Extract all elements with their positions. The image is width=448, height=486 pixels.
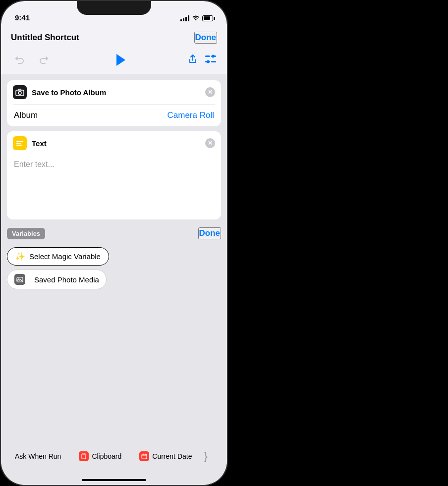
svg-point-7 [18, 92, 21, 95]
wifi-icon [192, 14, 200, 22]
text-card-title: Text [32, 139, 205, 148]
album-row[interactable]: Album Camera Roll [7, 105, 221, 126]
redo-button[interactable] [36, 52, 53, 68]
text-input[interactable]: Enter text... [7, 155, 221, 219]
saved-photo-label: Saved Photo Media [34, 275, 99, 284]
svg-rect-9 [16, 143, 21, 144]
variables-section: Variables Done ✨ Select Magic Variable [1, 224, 227, 289]
bottom-insert-bar: Ask When Run Clipboard [1, 442, 227, 470]
save-photo-card-header: Save to Photo Album ✕ [7, 80, 221, 104]
signal-icon [180, 15, 189, 21]
header-done-button[interactable]: Done [194, 32, 218, 44]
save-photo-title: Save to Photo Album [32, 88, 205, 97]
text-card-header: Text ✕ [7, 131, 221, 155]
home-indicator [82, 479, 146, 481]
album-label: Album [14, 110, 38, 120]
editor-toolbar [1, 49, 227, 74]
saved-photo-icon [14, 274, 25, 285]
settings-button[interactable] [204, 54, 217, 66]
header-title: Untitled Shortcut [11, 33, 79, 43]
status-time: 9:41 [15, 13, 30, 22]
album-value[interactable]: Camera Roll [168, 110, 214, 120]
current-date-button[interactable]: Current Date [132, 447, 199, 465]
bracket-icon: } [204, 450, 207, 463]
close-text-button[interactable]: ✕ [205, 138, 215, 148]
share-button[interactable] [187, 54, 198, 66]
status-icons [180, 14, 213, 22]
svg-rect-8 [16, 141, 23, 142]
magic-variable-label: Select Magic Variable [29, 252, 101, 261]
clipboard-button[interactable]: Clipboard [72, 447, 128, 465]
battery-icon [202, 15, 213, 21]
content-area: Untitled Shortcut Done [1, 26, 227, 485]
notch [77, 1, 151, 15]
select-magic-variable-button[interactable]: ✨ Select Magic Variable [7, 247, 109, 266]
variables-done-button[interactable]: Done [198, 227, 222, 239]
power-button [227, 100, 228, 132]
phone-screen: 9:41 [1, 1, 227, 485]
svg-rect-10 [16, 145, 22, 146]
variables-header: Variables Done [7, 224, 221, 242]
ask-when-run-button[interactable]: Ask When Run [8, 448, 68, 464]
svg-rect-0 [205, 55, 210, 57]
saved-photo-media-button[interactable]: Saved Photo Media [7, 270, 107, 289]
run-button[interactable] [114, 54, 125, 66]
bottom-spacer [1, 289, 227, 354]
text-card: Text ✕ Enter text... [7, 131, 221, 219]
phone-frame: 9:41 [0, 0, 228, 486]
svg-rect-3 [211, 61, 216, 62]
actions-area: Save to Photo Album ✕ Album Camera Roll [1, 74, 227, 485]
shortcut-header: Untitled Shortcut Done [1, 26, 227, 49]
svg-point-5 [207, 60, 210, 63]
close-save-photo-button[interactable]: ✕ [205, 87, 215, 97]
text-placeholder: Enter text... [14, 160, 55, 168]
svg-rect-14 [142, 454, 147, 459]
toolbar-right [187, 54, 217, 66]
undo-button[interactable] [11, 52, 28, 68]
current-date-icon [139, 451, 149, 461]
current-date-label: Current Date [152, 452, 192, 460]
svg-point-4 [212, 55, 215, 58]
clipboard-icon [79, 451, 89, 461]
clipboard-label: Clipboard [92, 452, 121, 460]
variables-label: Variables [7, 228, 45, 239]
toolbar-left [11, 52, 53, 68]
svg-rect-6 [16, 90, 24, 96]
ask-when-run-label: Ask When Run [15, 452, 61, 460]
camera-icon [13, 85, 27, 99]
text-icon [13, 136, 27, 150]
save-photo-album-card: Save to Photo Album ✕ Album Camera Roll [7, 80, 221, 126]
